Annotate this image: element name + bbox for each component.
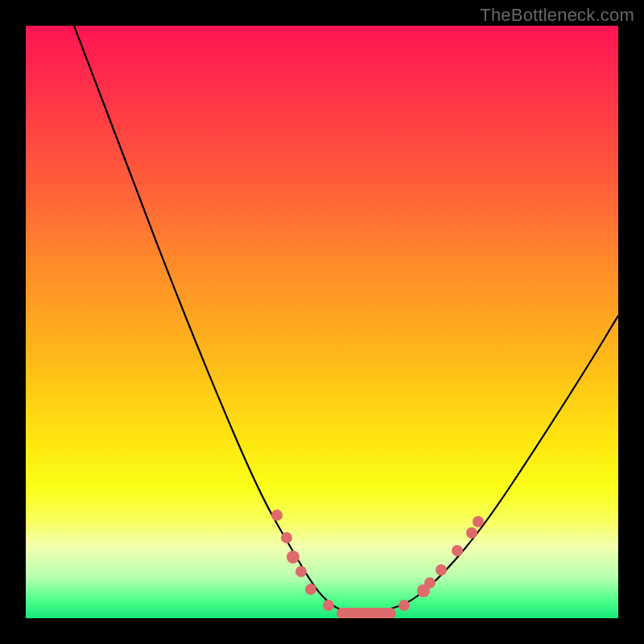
curve-marker-dot: [271, 510, 283, 521]
chart-frame: TheBottleneck.com: [0, 0, 644, 644]
bottleneck-curve-svg: [26, 26, 618, 618]
watermark-text: TheBottleneck.com: [480, 5, 634, 26]
curve-marker-dot: [287, 551, 299, 564]
curve-marker-dot: [295, 566, 307, 577]
curve-marker-dot: [452, 545, 463, 556]
curve-marker-dot: [473, 516, 484, 527]
gradient-plot-area: [26, 26, 618, 618]
curve-marker-dot: [323, 600, 334, 611]
curve-marker-dot: [436, 564, 447, 576]
curve-marker-dot: [398, 600, 410, 611]
curve-marker-pill: [336, 608, 396, 618]
curve-marker-dot: [305, 584, 316, 595]
curve-marker-dot: [466, 527, 477, 539]
curve-marker-dot: [281, 532, 292, 543]
bottleneck-curve: [74, 26, 618, 613]
curve-marker-dot: [424, 577, 436, 588]
